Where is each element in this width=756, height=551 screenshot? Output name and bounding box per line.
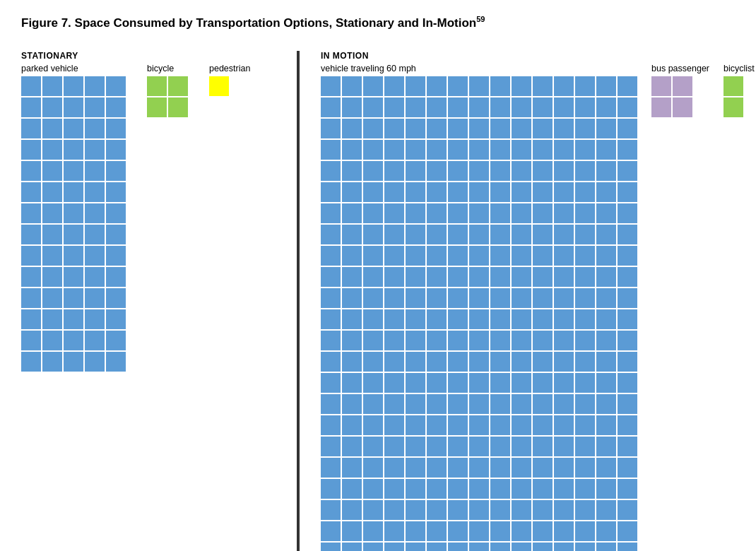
grid-cell bbox=[618, 225, 637, 244]
grid-cell bbox=[42, 140, 62, 160]
grid-cell bbox=[448, 246, 468, 266]
grid-cell bbox=[85, 182, 105, 202]
grid-cell bbox=[596, 373, 616, 393]
grid-cell bbox=[342, 309, 362, 329]
grid-cell bbox=[42, 97, 62, 117]
grid-cell bbox=[363, 543, 383, 551]
grid-cell bbox=[596, 415, 616, 435]
grid-cell bbox=[363, 288, 383, 308]
grid-cell bbox=[406, 373, 425, 393]
grid-cell bbox=[64, 246, 83, 266]
grid-cell bbox=[448, 203, 468, 223]
bus-passenger-label: bus passenger bbox=[651, 64, 709, 73]
grid-cell bbox=[42, 119, 62, 138]
grid-cell bbox=[85, 203, 105, 223]
grid-cell bbox=[384, 500, 404, 520]
grid-cell bbox=[384, 394, 404, 414]
grid-cell bbox=[448, 394, 468, 414]
grid-cell bbox=[618, 309, 637, 329]
grid-cell bbox=[554, 203, 574, 223]
grid-cell bbox=[469, 203, 489, 223]
grid-cell bbox=[512, 521, 531, 541]
grid-cell bbox=[168, 76, 188, 96]
grid-cell bbox=[533, 331, 553, 350]
grid-cell bbox=[85, 97, 105, 117]
grid-cell bbox=[554, 161, 574, 181]
grid-cell bbox=[575, 373, 595, 393]
grid-cell bbox=[427, 267, 447, 287]
grid-cell bbox=[618, 119, 637, 138]
grid-cell bbox=[554, 331, 574, 350]
grid-cell bbox=[106, 225, 126, 244]
grid-cell bbox=[512, 246, 531, 266]
grid-cell bbox=[363, 437, 383, 456]
grid-cell bbox=[21, 309, 41, 329]
vehicle-60mph-group: vehicle traveling 60 mph bbox=[321, 64, 637, 551]
grid-cell bbox=[42, 331, 62, 350]
grid-cell bbox=[512, 373, 531, 393]
grid-cell bbox=[64, 203, 83, 223]
grid-cell bbox=[427, 288, 447, 308]
grid-cell bbox=[342, 415, 362, 435]
grid-cell bbox=[64, 161, 83, 181]
grid-cell bbox=[321, 373, 341, 393]
grid-cell bbox=[618, 373, 637, 393]
grid-cell bbox=[596, 500, 616, 520]
grid-cell bbox=[106, 246, 126, 266]
grid-cell bbox=[490, 352, 510, 372]
grid-cell bbox=[321, 394, 341, 414]
grid-cell bbox=[363, 119, 383, 138]
grid-cell bbox=[469, 331, 489, 350]
grid-cell bbox=[85, 119, 105, 138]
grid-cell bbox=[427, 437, 447, 456]
grid-cell bbox=[106, 267, 126, 287]
grid-cell bbox=[42, 161, 62, 181]
grid-cell bbox=[85, 288, 105, 308]
grid-cell bbox=[42, 309, 62, 329]
grid-cell bbox=[512, 543, 531, 551]
grid-cell bbox=[64, 288, 83, 308]
grid-cell bbox=[575, 352, 595, 372]
parked-vehicle-group: parked vehicle bbox=[21, 64, 126, 372]
grid-cell bbox=[85, 161, 105, 181]
grid-cell bbox=[469, 500, 489, 520]
grid-cell bbox=[363, 203, 383, 223]
grid-cell bbox=[168, 97, 188, 117]
grid-cell bbox=[427, 394, 447, 414]
grid-cell bbox=[406, 479, 425, 499]
grid-cell bbox=[490, 437, 510, 456]
grid-cell bbox=[596, 394, 616, 414]
grid-cell bbox=[575, 161, 595, 181]
grid-cell bbox=[554, 415, 574, 435]
grid-cell bbox=[363, 225, 383, 244]
grid-cell bbox=[490, 288, 510, 308]
grid-cell bbox=[321, 288, 341, 308]
grid-cell bbox=[106, 309, 126, 329]
grid-cell bbox=[406, 203, 425, 223]
grid-cell bbox=[427, 76, 447, 96]
grid-cell bbox=[554, 394, 574, 414]
grid-cell bbox=[427, 352, 447, 372]
grid-cell bbox=[384, 288, 404, 308]
stationary-section: STATIONARY parked vehicle bicycle pedest… bbox=[21, 51, 290, 551]
grid-cell bbox=[512, 97, 531, 117]
grid-cell bbox=[363, 97, 383, 117]
grid-cell bbox=[321, 331, 341, 350]
grid-cell bbox=[596, 203, 616, 223]
grid-cell bbox=[406, 458, 425, 478]
grid-cell bbox=[512, 394, 531, 414]
bicyclist-label: bicyclist bbox=[723, 64, 755, 73]
grid-cell bbox=[363, 458, 383, 478]
grid-cell bbox=[512, 479, 531, 499]
parked-vehicle-label: parked vehicle bbox=[21, 64, 78, 73]
grid-cell bbox=[533, 415, 553, 435]
grid-cell bbox=[384, 76, 404, 96]
vehicle-60mph-grid bbox=[321, 76, 637, 551]
grid-cell bbox=[490, 373, 510, 393]
grid-cell bbox=[64, 182, 83, 202]
grid-cell bbox=[42, 182, 62, 202]
bicyclist-group: bicyclist bbox=[723, 64, 755, 117]
grid-cell bbox=[406, 225, 425, 244]
grid-cell bbox=[512, 267, 531, 287]
grid-cell bbox=[363, 479, 383, 499]
